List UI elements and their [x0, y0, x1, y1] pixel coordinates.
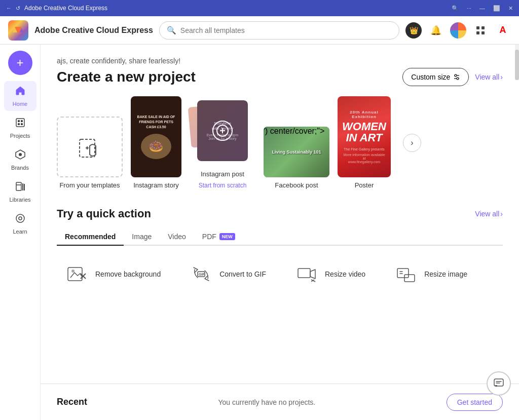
libraries-label: Libraries: [9, 197, 30, 203]
svg-rect-32: [494, 379, 503, 386]
instagram-post-sublabel[interactable]: Start from scratch: [199, 182, 247, 189]
svg-point-10: [19, 153, 22, 156]
tab-video[interactable]: Video: [160, 228, 194, 246]
title-bar-text: Adobe Creative Cloud Express: [24, 5, 107, 12]
svg-rect-6: [18, 120, 20, 122]
close-button[interactable]: ✕: [508, 5, 513, 12]
app-logo: [8, 20, 28, 41]
back-button[interactable]: ←: [6, 5, 12, 11]
sliders-icon: [453, 73, 460, 81]
pdf-new-badge: NEW: [219, 233, 235, 240]
template-card-poster[interactable]: 20th Annual Exhibition WOMENIN ART The F…: [338, 96, 391, 189]
sidebar-item-libraries[interactable]: Libraries: [4, 177, 36, 207]
action-resize-image[interactable]: Resize image: [386, 256, 475, 292]
convert-gif-label: Convert to GIF: [219, 270, 266, 278]
quick-action-header: Try a quick action View all ›: [57, 207, 503, 220]
template-card-instagram-story[interactable]: BAKE SALE IN AID OFFRIENDS FOR PETSCASH …: [131, 96, 181, 189]
resize-video-label: Resize video: [325, 270, 365, 278]
create-title: Create a new project: [57, 69, 196, 85]
svg-rect-31: [404, 275, 415, 282]
from-templates-thumb: [57, 117, 123, 177]
apps-grid-icon[interactable]: [472, 22, 489, 39]
svg-rect-4: [481, 31, 485, 34]
svg-point-19: [455, 74, 457, 77]
sidebar: + Home Projects: [0, 45, 41, 420]
svg-rect-3: [476, 31, 479, 34]
get-started-button[interactable]: Get started: [447, 394, 503, 411]
tab-recommended[interactable]: Recommended: [57, 228, 124, 246]
svg-rect-8: [18, 123, 20, 125]
from-templates-label: From your templates: [59, 181, 120, 189]
sidebar-item-projects[interactable]: Projects: [4, 113, 36, 143]
search-titlebar-icon[interactable]: 🔍: [452, 5, 459, 12]
projects-icon: [15, 117, 26, 131]
svg-point-20: [457, 78, 459, 80]
template-card-facebook-post[interactable]: ') center/cover;"> Living Sustainably 10…: [264, 127, 329, 189]
convert-gif-icon: GIF: [189, 262, 213, 286]
minimize-button[interactable]: —: [479, 5, 485, 11]
resize-video-icon: [294, 262, 319, 286]
recent-title: Recent: [57, 397, 87, 407]
add-button[interactable]: +: [8, 51, 32, 75]
scrollbar-track[interactable]: [515, 45, 519, 80]
custom-size-label: Custom size: [411, 73, 450, 81]
svg-rect-2: [481, 26, 485, 29]
svg-rect-7: [21, 120, 23, 122]
template-card-instagram-post[interactable]: Storytimewith Jammy Every Friday at 3pmJ…: [190, 100, 255, 189]
sidebar-item-brands[interactable]: Brands: [4, 145, 36, 175]
home-label: Home: [13, 101, 27, 107]
recent-empty-message: You currently have no projects.: [218, 398, 316, 406]
svg-rect-11: [16, 182, 21, 190]
tab-pdf[interactable]: PDF NEW: [194, 228, 243, 246]
crown-icon: 👑: [410, 26, 418, 34]
action-resize-video[interactable]: Resize video: [286, 256, 374, 292]
tab-video-label: Video: [168, 233, 186, 241]
custom-size-button[interactable]: Custom size: [402, 68, 469, 86]
svg-rect-5: [16, 119, 24, 127]
more-options-icon[interactable]: ···: [467, 5, 471, 11]
add-instagram-post-icon: [212, 121, 233, 141]
tab-recommended-label: Recommended: [65, 233, 116, 241]
quick-action-title: Try a quick action: [57, 207, 151, 220]
instagram-post-label: Instagram post: [201, 170, 244, 178]
templates-row: From your templates BAKE SALE IN AID OFF…: [57, 96, 503, 189]
brands-icon: [15, 149, 26, 163]
user-avatar[interactable]: [450, 22, 466, 39]
content-area: ajs, create confidently, share fearlessl…: [41, 45, 519, 420]
search-icon: 🔍: [167, 26, 176, 35]
search-bar: 🔍: [159, 21, 399, 40]
adobe-icon[interactable]: A: [495, 22, 511, 39]
sidebar-item-learn[interactable]: Learn: [4, 209, 36, 239]
tab-image[interactable]: Image: [124, 228, 160, 246]
facebook-post-thumb: ') center/cover;"> Living Sustainably 10…: [264, 127, 329, 177]
next-arrow-button[interactable]: ›: [403, 134, 421, 152]
refresh-button[interactable]: ↺: [16, 5, 20, 12]
poster-thumb: 20th Annual Exhibition WOMENIN ART The F…: [338, 96, 391, 177]
svg-rect-30: [397, 269, 409, 278]
top-nav: Adobe Creative Cloud Express 🔍 👑 🔔 A: [0, 16, 519, 45]
maximize-button[interactable]: ⬜: [493, 5, 500, 12]
search-input[interactable]: [180, 26, 392, 34]
notifications-icon[interactable]: 🔔: [428, 22, 444, 39]
tab-image-label: Image: [132, 233, 152, 241]
projects-label: Projects: [10, 133, 30, 139]
tab-pdf-label: PDF: [202, 233, 216, 241]
title-bar: ← ↺ Adobe Creative Cloud Express 🔍 ··· —…: [0, 0, 519, 16]
instagram-post-thumb: Storytimewith Jammy Every Friday at 3pmJ…: [197, 100, 248, 161]
action-remove-background[interactable]: Remove background: [57, 256, 169, 292]
crown-badge[interactable]: 👑: [405, 22, 422, 39]
resize-image-label: Resize image: [424, 270, 467, 278]
action-convert-gif[interactable]: GIF Convert to GIF: [181, 256, 274, 292]
learn-icon: [15, 213, 26, 226]
quick-action-view-all[interactable]: View all ›: [475, 210, 503, 218]
main-layout: + Home Projects: [0, 45, 519, 420]
libraries-icon: [15, 181, 26, 195]
quick-action-chevron-icon: ›: [500, 210, 503, 218]
greeting-text: ajs, create confidently, share fearlessl…: [57, 57, 503, 65]
quick-action-tabs: Recommended Image Video PDF NEW: [57, 228, 503, 246]
sidebar-item-home[interactable]: Home: [4, 81, 36, 111]
chat-bubble-button[interactable]: [487, 371, 511, 396]
create-view-all[interactable]: View all ›: [475, 73, 503, 81]
template-card-from-templates[interactable]: From your templates: [57, 117, 123, 189]
scrollbar-thumb[interactable]: [515, 50, 519, 80]
